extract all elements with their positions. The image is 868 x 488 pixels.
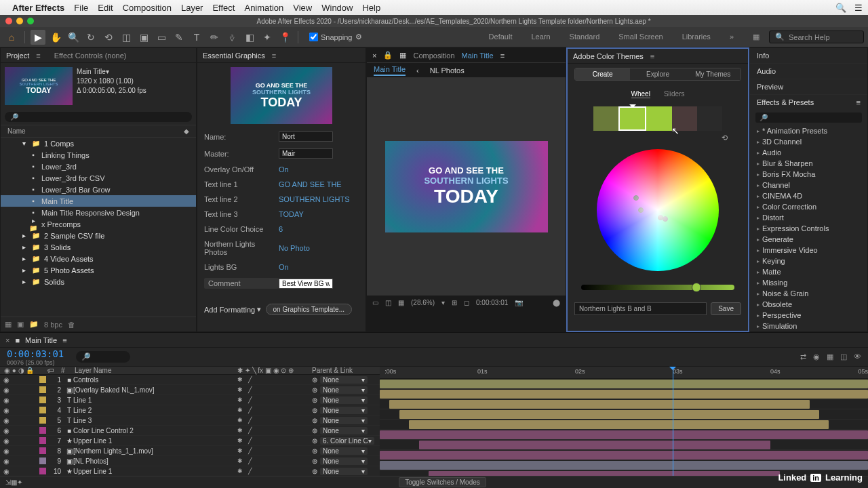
menu-layer[interactable]: Layer (181, 3, 203, 13)
comp-safe-zones-icon[interactable]: ⊞ (452, 299, 457, 306)
effects-category[interactable]: ▸Simulation (750, 321, 867, 331)
close-window-button[interactable] (5, 18, 12, 24)
effects-category[interactable]: ▸Color Correction (750, 201, 867, 212)
timeline-layer-row[interactable]: ◉9▣[NL Photos]✱ ╱ ⊚None ▾ (0, 456, 380, 466)
color-tab-menu-icon[interactable]: ≡ (650, 52, 654, 60)
timeline-track[interactable] (380, 430, 868, 440)
color-swatch-4[interactable] (672, 106, 697, 131)
color-mode-explore[interactable]: Explore (630, 68, 685, 80)
parent-dropdown[interactable]: None ▾ (320, 447, 368, 455)
comp-tab-menu-icon[interactable]: ≡ (500, 52, 505, 60)
parent-dropdown[interactable]: None ▾ (320, 458, 368, 465)
color-swatch-5[interactable] (697, 106, 722, 131)
preview-panel-tab[interactable]: Preview (750, 79, 867, 95)
effects-category[interactable]: ▸Boris FX Mocha (750, 169, 867, 180)
workspace-grid-icon[interactable]: ▦ (753, 33, 760, 41)
timeline-icon-1[interactable]: ⇄ (800, 352, 806, 361)
effects-presets-menu-icon[interactable]: ≡ (856, 98, 861, 106)
timeline-footer-icon-3[interactable]: ✦ (17, 479, 22, 486)
project-tab[interactable]: Project (6, 52, 29, 60)
zoom-tool-icon[interactable]: 🔍 (66, 30, 81, 45)
effects-category[interactable]: ▸Immersive Video (750, 245, 867, 256)
parent-dropdown[interactable]: None ▾ (320, 376, 368, 384)
eraser-tool-icon[interactable]: ◧ (242, 30, 257, 45)
app-name[interactable]: After Effects (12, 3, 64, 13)
effects-category[interactable]: ▸Generate (750, 234, 867, 245)
eg-comment-input[interactable] (279, 279, 333, 289)
timeline-icon-4[interactable]: ◫ (840, 352, 847, 361)
comp-close-icon[interactable]: × (372, 52, 376, 60)
timeline-layer-row[interactable]: ◉2▣[Overlay Baked NL_1.mov]✱ ╱ ⊚None ▾ (0, 385, 380, 395)
parent-dropdown[interactable]: None ▾ (320, 407, 368, 414)
eg-master-input[interactable] (279, 148, 333, 159)
timeline-layer-row[interactable]: ◉4TLine 2✱ ╱ ⊚None ▾ (0, 405, 380, 415)
parent-dropdown[interactable]: None ▾ (320, 417, 368, 424)
effects-category[interactable]: ▸Keying (750, 256, 867, 266)
pan-behind-tool-icon[interactable]: ▣ (136, 30, 151, 45)
timeline-track[interactable] (380, 409, 868, 420)
menu-animation[interactable]: Animation (244, 3, 283, 13)
snapping-toggle[interactable]: Snapping ⚙ (309, 33, 362, 41)
eg-add-formatting-dropdown[interactable]: Add Formatting (204, 306, 255, 314)
comp-lock-icon[interactable]: 🔒 (383, 51, 393, 60)
theme-name-input[interactable] (574, 302, 707, 315)
clone-tool-icon[interactable]: ⎀ (224, 30, 239, 45)
hand-tool-icon[interactable]: ✋ (48, 30, 63, 45)
effects-category[interactable]: ▸Expression Controls (750, 223, 867, 234)
timeline-icon-2[interactable]: ◉ (813, 352, 820, 361)
project-folder[interactable]: ▾📁1 Comps (1, 138, 196, 149)
timeline-footer-icon-1[interactable]: ⇲ (5, 479, 11, 486)
workspace-libraries[interactable]: Libraries (682, 33, 711, 41)
timeline-close-icon[interactable]: × (5, 336, 9, 344)
effects-category[interactable]: ▸Obsolete (750, 299, 867, 310)
workspace-small-screen[interactable]: Small Screen (618, 33, 663, 41)
timeline-track[interactable] (380, 450, 868, 460)
comp-channels-icon[interactable]: ⬤ (553, 299, 560, 306)
comp-flow-icon[interactable]: ▦ (399, 51, 406, 60)
snapping-checkbox[interactable] (309, 33, 318, 41)
search-help-input[interactable]: 🔍 Search Help (769, 30, 864, 43)
color-submode-wheel[interactable]: Wheel (631, 90, 650, 98)
timeline-layer-row[interactable]: ◉10★Upper Line 1✱ ╱ ⊚None ▾ (0, 466, 380, 476)
col-layer-name[interactable]: Layer Name (75, 367, 237, 374)
spotlight-icon[interactable]: 🔍 (835, 3, 846, 13)
workspace-default[interactable]: Default (489, 33, 513, 41)
color-mode-mythemes[interactable]: My Themes (686, 68, 741, 80)
eg-property-value[interactable]: On (279, 263, 289, 271)
effects-category[interactable]: ▸Audio (750, 147, 867, 158)
effects-search-input[interactable]: 🔎 (755, 113, 862, 123)
effects-category[interactable]: ▸Channel (750, 180, 867, 190)
interpret-footage-icon[interactable]: ▦ (5, 320, 12, 329)
parent-dropdown[interactable]: None ▾ (320, 427, 368, 434)
audio-panel-tab[interactable]: Audio (750, 64, 867, 79)
eg-property-value[interactable]: TODAY (279, 210, 304, 218)
parent-dropdown[interactable]: None ▾ (320, 386, 368, 394)
home-icon[interactable]: ⌂ (4, 30, 19, 45)
comp-mask-icon[interactable]: ◻ (464, 299, 469, 306)
timeline-layer-row[interactable]: ◉8▣[Northern Lights_1_1.mov]✱ ╱ ⊚None ▾ (0, 446, 380, 456)
current-time-display[interactable]: 0:00:03:01 (0, 348, 71, 359)
menu-file[interactable]: File (74, 3, 88, 13)
menu-edit[interactable]: Edit (98, 3, 113, 13)
workspace-standard[interactable]: Standard (570, 33, 600, 41)
project-item[interactable]: ▪Linking Things (1, 149, 196, 161)
color-depth-toggle[interactable]: 8 bpc (44, 321, 62, 329)
timeline-shy-icon[interactable]: 👁 (854, 352, 861, 361)
timeline-track[interactable] (380, 399, 868, 409)
color-rule-icon[interactable]: ⟲ (722, 134, 728, 142)
timeline-track[interactable] (380, 420, 868, 430)
comp-resolution-icon[interactable]: ◫ (385, 299, 391, 306)
brush-tool-icon[interactable]: ✏ (207, 30, 222, 45)
eg-tab[interactable]: Essential Graphics (203, 52, 265, 60)
parent-dropdown[interactable]: 6. Color Line C ▾ (320, 437, 374, 445)
comp-subtab-main[interactable]: Main Title (374, 65, 406, 76)
timeline-tab-menu-icon[interactable]: ≡ (62, 336, 66, 344)
effects-category[interactable]: ▸Noise & Grain (750, 288, 867, 299)
eg-property-value[interactable]: SOUTHERN LIGHTS (279, 195, 350, 203)
col-parent[interactable]: Parent & Link (312, 367, 380, 374)
timeline-layer-row[interactable]: ◉3TLine 1✱ ╱ ⊚None ▾ (0, 395, 380, 405)
minimize-window-button[interactable] (16, 18, 23, 24)
timeline-layer-row[interactable]: ◉1■Controls✱ ╱ ⊚None ▾ (0, 375, 380, 385)
project-column-name[interactable]: Name (7, 127, 26, 135)
color-swatch-2[interactable] (618, 106, 646, 131)
